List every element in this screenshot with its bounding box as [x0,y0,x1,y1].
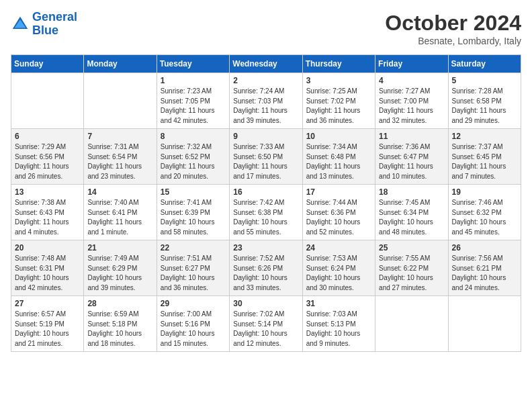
day-number: 9 [233,132,298,141]
day-number: 25 [379,243,444,253]
calendar-cell: 13Sunrise: 7:38 AM Sunset: 6:43 PM Dayli… [11,185,84,240]
day-header-thursday: Thursday [302,55,375,73]
logo-icon [11,15,30,34]
cell-info: Sunrise: 7:31 AM Sunset: 6:54 PM Dayligh… [87,142,152,181]
calendar-cell: 26Sunrise: 7:56 AM Sunset: 6:21 PM Dayli… [448,240,521,296]
calendar-cell: 23Sunrise: 7:52 AM Sunset: 6:26 PM Dayli… [230,240,302,296]
day-number: 17 [306,187,371,197]
cell-info: Sunrise: 7:40 AM Sunset: 6:41 PM Dayligh… [87,198,152,237]
cell-info: Sunrise: 7:51 AM Sunset: 6:27 PM Dayligh… [161,254,226,293]
calendar-cell [84,73,157,129]
day-number: 14 [87,187,152,197]
cell-info: Sunrise: 6:59 AM Sunset: 5:18 PM Dayligh… [87,310,152,349]
cell-info: Sunrise: 7:42 AM Sunset: 6:38 PM Dayligh… [233,198,298,237]
cell-info: Sunrise: 7:32 AM Sunset: 6:52 PM Dayligh… [161,142,226,181]
calendar-week-row: 6Sunrise: 7:29 AM Sunset: 6:56 PM Daylig… [11,129,521,185]
calendar-cell: 21Sunrise: 7:49 AM Sunset: 6:29 PM Dayli… [84,240,157,296]
day-header-saturday: Saturday [448,55,521,73]
day-number: 10 [306,132,371,141]
day-header-monday: Monday [84,55,157,73]
day-number: 6 [15,132,80,141]
cell-info: Sunrise: 7:29 AM Sunset: 6:56 PM Dayligh… [15,142,80,181]
cell-info: Sunrise: 7:25 AM Sunset: 7:02 PM Dayligh… [306,87,371,126]
calendar-cell: 27Sunrise: 6:57 AM Sunset: 5:19 PM Dayli… [11,296,84,352]
calendar-cell: 14Sunrise: 7:40 AM Sunset: 6:41 PM Dayli… [84,185,157,240]
day-number: 30 [233,299,298,308]
cell-info: Sunrise: 7:34 AM Sunset: 6:48 PM Dayligh… [306,142,371,181]
cell-info: Sunrise: 7:49 AM Sunset: 6:29 PM Dayligh… [87,254,152,293]
cell-info: Sunrise: 7:52 AM Sunset: 6:26 PM Dayligh… [233,254,298,293]
cell-info: Sunrise: 7:03 AM Sunset: 5:13 PM Dayligh… [306,310,371,349]
calendar-cell: 7Sunrise: 7:31 AM Sunset: 6:54 PM Daylig… [84,129,157,185]
calendar-cell: 22Sunrise: 7:51 AM Sunset: 6:27 PM Dayli… [157,240,229,296]
calendar-cell: 9Sunrise: 7:33 AM Sunset: 6:50 PM Daylig… [230,129,302,185]
day-number: 12 [452,132,517,141]
cell-info: Sunrise: 7:23 AM Sunset: 7:05 PM Dayligh… [161,87,226,126]
day-number: 29 [161,299,226,308]
day-number: 24 [306,243,371,253]
cell-info: Sunrise: 7:33 AM Sunset: 6:50 PM Dayligh… [233,142,298,181]
day-number: 13 [15,187,80,197]
calendar-cell: 17Sunrise: 7:44 AM Sunset: 6:36 PM Dayli… [302,185,375,240]
calendar-cell: 8Sunrise: 7:32 AM Sunset: 6:52 PM Daylig… [157,129,229,185]
calendar-cell: 31Sunrise: 7:03 AM Sunset: 5:13 PM Dayli… [302,296,375,352]
calendar-cell: 6Sunrise: 7:29 AM Sunset: 6:56 PM Daylig… [11,129,84,185]
calendar-cell: 24Sunrise: 7:53 AM Sunset: 6:24 PM Dayli… [302,240,375,296]
cell-info: Sunrise: 7:53 AM Sunset: 6:24 PM Dayligh… [306,254,371,293]
day-header-tuesday: Tuesday [157,55,229,73]
logo-text: General Blue [32,11,77,38]
calendar-cell [375,296,448,352]
cell-info: Sunrise: 6:57 AM Sunset: 5:19 PM Dayligh… [15,310,80,349]
calendar-cell: 4Sunrise: 7:27 AM Sunset: 7:00 PM Daylig… [375,73,448,129]
cell-info: Sunrise: 7:02 AM Sunset: 5:14 PM Dayligh… [233,310,298,349]
cell-info: Sunrise: 7:37 AM Sunset: 6:45 PM Dayligh… [452,142,517,181]
calendar-cell: 3Sunrise: 7:25 AM Sunset: 7:02 PM Daylig… [302,73,375,129]
month-title: October 2024 [385,11,521,36]
calendar-cell: 25Sunrise: 7:55 AM Sunset: 6:22 PM Dayli… [375,240,448,296]
calendar-cell: 11Sunrise: 7:36 AM Sunset: 6:47 PM Dayli… [375,129,448,185]
cell-info: Sunrise: 7:55 AM Sunset: 6:22 PM Dayligh… [379,254,444,293]
calendar-cell [448,296,521,352]
page-header: General Blue October 2024 Besnate, Lomba… [11,11,521,46]
day-number: 2 [233,76,298,85]
calendar-cell: 19Sunrise: 7:46 AM Sunset: 6:32 PM Dayli… [448,185,521,240]
day-number: 27 [15,299,80,308]
calendar-cell: 1Sunrise: 7:23 AM Sunset: 7:05 PM Daylig… [157,73,229,129]
cell-info: Sunrise: 7:38 AM Sunset: 6:43 PM Dayligh… [15,198,80,237]
day-number: 7 [87,132,152,141]
day-number: 28 [87,299,152,308]
location-subtitle: Besnate, Lombardy, Italy [385,36,521,46]
cell-info: Sunrise: 7:45 AM Sunset: 6:34 PM Dayligh… [379,198,444,237]
day-number: 23 [233,243,298,253]
calendar-cell: 20Sunrise: 7:48 AM Sunset: 6:31 PM Dayli… [11,240,84,296]
calendar-week-row: 13Sunrise: 7:38 AM Sunset: 6:43 PM Dayli… [11,185,521,240]
calendar-cell: 10Sunrise: 7:34 AM Sunset: 6:48 PM Dayli… [302,129,375,185]
cell-info: Sunrise: 7:28 AM Sunset: 6:58 PM Dayligh… [452,87,517,126]
day-number: 8 [161,132,226,141]
cell-info: Sunrise: 7:27 AM Sunset: 7:00 PM Dayligh… [379,87,444,126]
day-number: 26 [452,243,517,253]
calendar-cell: 5Sunrise: 7:28 AM Sunset: 6:58 PM Daylig… [448,73,521,129]
day-number: 15 [161,187,226,197]
day-number: 18 [379,187,444,197]
day-header-wednesday: Wednesday [230,55,302,73]
day-header-sunday: Sunday [11,55,84,73]
day-number: 20 [15,243,80,253]
calendar-week-row: 27Sunrise: 6:57 AM Sunset: 5:19 PM Dayli… [11,296,521,352]
cell-info: Sunrise: 7:48 AM Sunset: 6:31 PM Dayligh… [15,254,80,293]
cell-info: Sunrise: 7:41 AM Sunset: 6:39 PM Dayligh… [161,198,226,237]
cell-info: Sunrise: 7:36 AM Sunset: 6:47 PM Dayligh… [379,142,444,181]
cell-info: Sunrise: 7:24 AM Sunset: 7:03 PM Dayligh… [233,87,298,126]
calendar-cell: 18Sunrise: 7:45 AM Sunset: 6:34 PM Dayli… [375,185,448,240]
calendar-cell: 2Sunrise: 7:24 AM Sunset: 7:03 PM Daylig… [230,73,302,129]
calendar-table: SundayMondayTuesdayWednesdayThursdayFrid… [11,54,521,352]
day-number: 31 [306,299,371,308]
day-number: 19 [452,187,517,197]
calendar-cell [11,73,84,129]
calendar-week-row: 1Sunrise: 7:23 AM Sunset: 7:05 PM Daylig… [11,73,521,129]
cell-info: Sunrise: 7:56 AM Sunset: 6:21 PM Dayligh… [452,254,517,293]
calendar-cell: 16Sunrise: 7:42 AM Sunset: 6:38 PM Dayli… [230,185,302,240]
calendar-cell: 30Sunrise: 7:02 AM Sunset: 5:14 PM Dayli… [230,296,302,352]
cell-info: Sunrise: 7:44 AM Sunset: 6:36 PM Dayligh… [306,198,371,237]
calendar-week-row: 20Sunrise: 7:48 AM Sunset: 6:31 PM Dayli… [11,240,521,296]
